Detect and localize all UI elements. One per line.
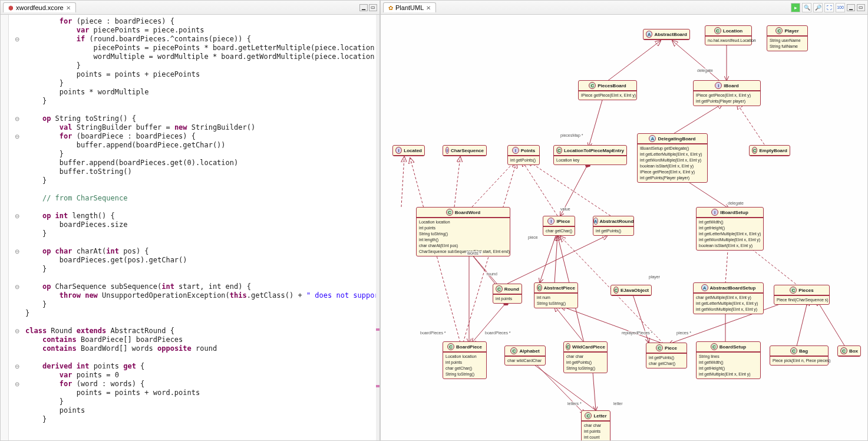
uml-class-CharSequence[interactable]: ICharSequence (443, 145, 487, 156)
uml-label: player (648, 275, 661, 279)
fold-toggle (9, 79, 25, 88)
fold-toggle[interactable]: ⊖ (9, 282, 25, 291)
fold-toggle (9, 318, 25, 327)
uml-class-AbstractBoardSetup[interactable]: AAbstractBoardSetupchar getMultiple(EInt… (693, 282, 764, 314)
ruler (1, 15, 9, 440)
fold-toggle[interactable]: ⊖ (9, 247, 25, 256)
uml-label: round (486, 272, 499, 276)
svg-line-0 (605, 41, 661, 83)
uml-class-BoardWord[interactable]: CBoardWordLocation locationint pointsStr… (416, 207, 510, 256)
fold-toggle (9, 17, 25, 26)
zoom-out-icon[interactable]: 🔎 (813, 3, 823, 12)
fold-toggle (9, 61, 25, 70)
uml-label: pieces * (675, 331, 692, 335)
svg-line-4 (401, 157, 404, 207)
uml-class-Location[interactable]: CLocationno.hal.xwordfeud.Location (705, 25, 752, 45)
minimize-icon[interactable]: ▁ (847, 4, 855, 11)
fold-toggle (9, 256, 25, 265)
editor-tab-title: xwordfeud.xcore (16, 4, 64, 11)
fold-toggle (9, 106, 25, 114)
uml-class-Bag[interactable]: CBagPiece pick(EInt n, Piece pieces) (770, 345, 829, 366)
uml-class-EJavaObject[interactable]: CEJavaObject (610, 285, 652, 296)
uml-class-PiecesBoard[interactable]: CPiecesBoardIPiece getPiece(EInt x, EInt… (578, 80, 637, 100)
uml-class-BoardPiece[interactable]: CBoardPieceLocation locationint pointsch… (443, 341, 487, 379)
uml-label: replayedPieces * (621, 331, 654, 335)
fold-toggle[interactable]: ⊖ (9, 132, 25, 141)
fold-toggle[interactable]: ⊖ (9, 212, 25, 220)
editor-tab-bar: ⬢ xwordfeud.xcore ✕ ▁ ▭ (1, 1, 379, 15)
uml-class-EmptyBoard[interactable]: CEmptyBoard (749, 145, 790, 156)
editor-body[interactable]: ⊖⊖⊖⊖⊖⊖⊖⊖⊖ for (piece : boardPieces) { va… (1, 15, 379, 440)
100-icon[interactable]: 100 (836, 3, 845, 12)
fold-toggle (9, 185, 25, 194)
minimize-icon[interactable]: ▁ (359, 4, 368, 11)
fold-toggle (9, 397, 25, 406)
fold-toggle[interactable]: ⊖ (9, 327, 25, 335)
close-icon[interactable]: ✕ (426, 5, 431, 11)
svg-line-18 (560, 306, 664, 344)
close-icon[interactable]: ✕ (66, 5, 71, 11)
editor-tab[interactable]: ⬢ xwordfeud.xcore ✕ (3, 2, 76, 12)
uml-class-AbstractPiece[interactable]: CAbstractPieceint numString toString() (534, 282, 578, 308)
fold-toggle (9, 300, 25, 309)
uml-class-BoardSetup[interactable]: CBoardSetupString linesint getWidth()int… (696, 341, 761, 379)
svg-line-20 (796, 300, 808, 348)
uml-class-Pieces[interactable]: CPiecesPiece find(CharSequence s) (774, 285, 830, 305)
uml-label: words * (466, 251, 482, 255)
fold-toggle (9, 265, 25, 274)
uml-class-Letter[interactable]: CLetterchar charint pointsint count (581, 410, 610, 440)
uml-diagram[interactable]: AAbstractBoardCLocationno.hal.xwordfeud.… (381, 15, 867, 440)
code-area[interactable]: for (piece : boardPieces) { var piecePoi… (25, 15, 376, 440)
diagram-tab[interactable]: ✿ PlantUML ✕ (383, 2, 436, 12)
uml-label: delegate (696, 68, 714, 73)
uml-label: letter (612, 401, 624, 406)
uml-class-WildCardPiece[interactable]: CWildCardPiecechar charint getPoints()St… (563, 341, 608, 373)
run-icon[interactable]: ▸ (791, 3, 800, 12)
uml-class-Player[interactable]: CPlayerString userNameString fullName (767, 25, 808, 51)
diagram-tab-bar: ✿ PlantUML ✕ ▸ 🔍 🔎 ⛶ 100 ▁ ▭ (381, 1, 867, 15)
fold-toggle (9, 353, 25, 362)
uml-class-AbstractBoard[interactable]: AAbstractBoard (643, 29, 690, 40)
uml-class-Points[interactable]: IPointsint getPoints() (507, 145, 540, 165)
svg-line-16 (555, 306, 584, 343)
fold-toggle (9, 44, 25, 52)
svg-line-33 (540, 231, 557, 282)
fold-toggle (9, 291, 25, 300)
uml-class-IBoardSetup[interactable]: IIBoardSetupint getWidth()int getHeight(… (696, 207, 764, 251)
uml-class-Round[interactable]: CRoundint points (493, 284, 522, 304)
fold-toggle[interactable]: ⊖ (9, 114, 25, 123)
uml-class-Alphabet[interactable]: CAlphabetchar wildCardChar (504, 345, 546, 366)
fold-toggle[interactable]: ⊖ (9, 35, 25, 44)
xcore-file-icon: ⬢ (8, 5, 14, 11)
uml-label: boardPieces * (484, 331, 512, 335)
overview-ruler (376, 15, 379, 440)
uml-label: value (559, 207, 572, 211)
diagram-pane: ✿ PlantUML ✕ ▸ 🔍 🔎 ⛶ 100 ▁ ▭ AAbstractBo… (380, 0, 868, 441)
uml-label: piecesMap * (559, 133, 585, 137)
fold-toggle (9, 274, 25, 282)
fold-toggle[interactable]: ⊖ (9, 380, 25, 389)
maximize-icon[interactable]: ▭ (857, 4, 865, 11)
fold-toggle (9, 159, 25, 167)
uml-class-DelegatingBoard[interactable]: ADelegatingBoardIBoardSetup getDelegate(… (637, 133, 708, 183)
svg-line-7 (522, 161, 557, 216)
fold-toggle (9, 26, 25, 35)
uml-label: delegate (727, 201, 745, 205)
uml-label: boardPieces * (419, 331, 447, 335)
uml-class-Located[interactable]: ILocated (392, 145, 425, 156)
svg-line-21 (817, 300, 846, 348)
uml-class-IPiece[interactable]: IIPiecechar getChar() (543, 216, 575, 236)
uml-class-LocationToIPieceMapEntry[interactable]: CLocationToIPieceMapEntryLocation key (553, 145, 627, 165)
uml-class-AbstractRound[interactable]: AAbstractRoundint getPoints() (593, 216, 634, 236)
fold-toggle[interactable]: ⊖ (9, 362, 25, 371)
fold-toggle (9, 220, 25, 229)
svg-line-5 (454, 157, 460, 207)
fit-icon[interactable]: ⛶ (824, 3, 834, 12)
uml-class-Box[interactable]: CBox (837, 345, 861, 357)
uml-class-IBoard[interactable]: IIBoardIPiece getPiece(EInt x, EInt y)in… (693, 80, 761, 106)
fold-toggle (9, 203, 25, 212)
uml-class-Piece[interactable]: CPieceint getPoints()char getChar() (646, 343, 687, 368)
zoom-in-icon[interactable]: 🔍 (802, 3, 811, 12)
fold-toggle (9, 52, 25, 61)
maximize-icon[interactable]: ▭ (369, 4, 377, 11)
